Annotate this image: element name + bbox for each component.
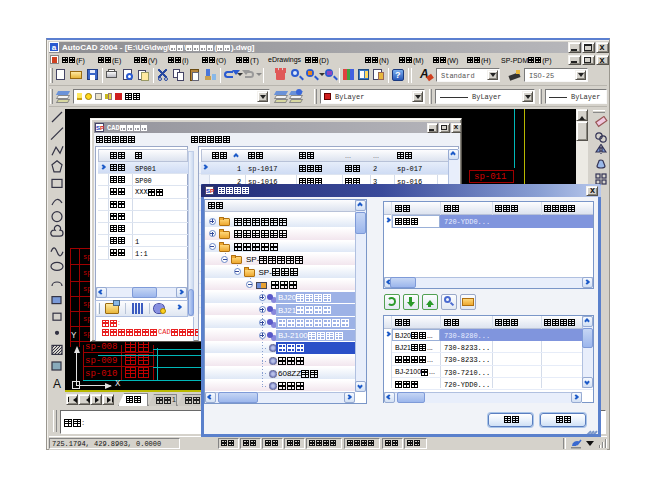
svg-text:A: A (53, 377, 61, 390)
